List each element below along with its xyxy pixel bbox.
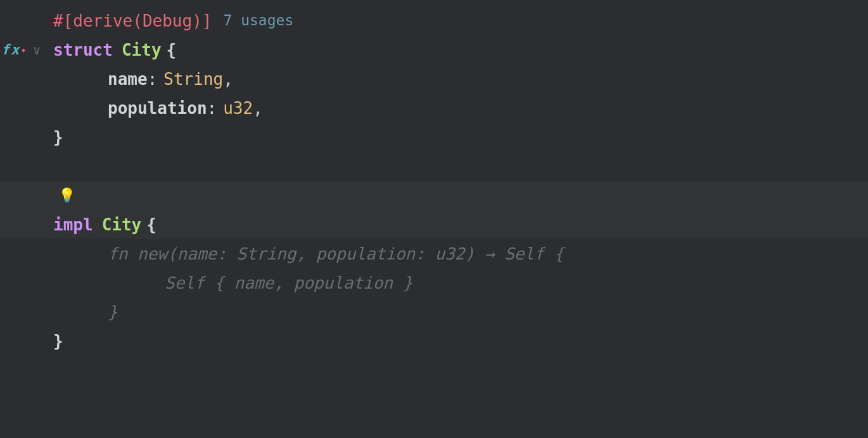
impl-open-brace: { (146, 212, 156, 237)
chevron-icon[interactable]: ∨ (33, 41, 41, 60)
line-name-field: name: String, (0, 65, 868, 94)
name-colon: : (148, 66, 158, 92)
impl-keyword: impl (53, 212, 93, 237)
line-struct-close: } (0, 123, 868, 152)
line-self-init: Self { name, population } (0, 268, 868, 297)
line-population-field: population: u32, (0, 94, 868, 123)
line-content-lightbulb: 💡 (51, 185, 868, 206)
code-editor: #[derive(Debug)] 7 usages fx✦ ∨ struct C… (0, 0, 868, 438)
line-content-impl: impl City { (51, 212, 868, 237)
usages-label: 7 usages (223, 9, 293, 32)
derive-attribute: #[derive(Debug)] (53, 8, 212, 34)
line-gutter-2: fx✦ ∨ (0, 39, 51, 61)
fx-letter: f (1, 39, 10, 61)
fn-close-brace-ghost: } (108, 299, 118, 325)
fn-new-ghost: fn new(name: String, population: u32) → … (108, 241, 564, 266)
line-struct: fx✦ ∨ struct City { (0, 35, 868, 65)
string-type: String (163, 66, 223, 92)
population-field: population (108, 96, 207, 121)
line-content-impl-close: } (51, 328, 868, 354)
name-comma: , (223, 66, 233, 92)
name-field: name (108, 66, 148, 92)
line-impl: impl City { (0, 210, 868, 239)
lightbulb-icon[interactable]: 💡 (58, 185, 75, 206)
city-type-name: City (122, 37, 162, 63)
line-content-struct: struct City { (51, 37, 868, 63)
line-content-name: name: String, (51, 66, 868, 92)
impl-close-brace: } (53, 328, 63, 354)
impl-city-name: City (102, 212, 142, 237)
self-init-ghost: Self { name, population } (165, 270, 412, 296)
line-content-self: Self { name, population } (51, 270, 868, 296)
line-content-population: population: u32, (51, 96, 868, 121)
line-derive: #[derive(Debug)] 7 usages (0, 6, 868, 35)
line-content-fn-new: fn new(name: String, population: u32) → … (51, 241, 868, 266)
open-brace: { (167, 37, 177, 63)
fx-x-letter: x (11, 39, 19, 61)
struct-keyword: struct (53, 37, 113, 63)
line-content-struct-close: } (51, 125, 868, 150)
line-fn-close: } (0, 297, 868, 327)
population-comma: , (253, 96, 263, 121)
struct-close-brace: } (53, 125, 63, 150)
population-colon: : (207, 96, 217, 121)
line-empty (0, 152, 868, 181)
fx-icon: fx✦ (1, 39, 27, 61)
fx-sub: ✦ (20, 42, 27, 58)
line-content-derive: #[derive(Debug)] 7 usages (51, 8, 868, 34)
line-impl-close: } (0, 327, 868, 356)
line-content-fn-close: } (51, 299, 868, 325)
line-fn-new: fn new(name: String, population: u32) → … (0, 239, 868, 268)
u32-type: u32 (223, 96, 253, 121)
line-lightbulb: 💡 (0, 181, 868, 210)
